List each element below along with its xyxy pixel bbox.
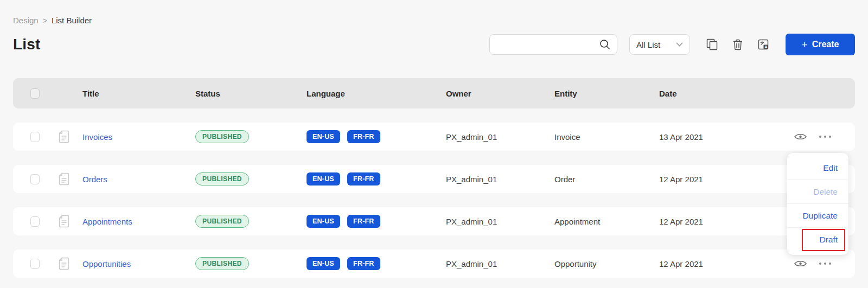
copy-button[interactable]	[706, 39, 718, 50]
document-icon	[59, 130, 82, 143]
status-badge: PUBLISHED	[195, 257, 249, 270]
owner-cell: PX_admin_01	[446, 217, 554, 226]
svg-text:A: A	[764, 44, 768, 49]
language-badge: FR-FR	[347, 172, 380, 185]
owner-cell: PX_admin_01	[446, 132, 554, 142]
column-header-entity: Entity	[554, 89, 659, 98]
row-checkbox[interactable]	[30, 132, 40, 142]
row-actions	[778, 132, 855, 141]
row-checkbox[interactable]	[30, 259, 40, 269]
document-icon	[59, 257, 82, 270]
translate-icon: A	[758, 39, 769, 50]
toolbar: All List	[489, 34, 855, 55]
create-button[interactable]: + Create	[786, 34, 855, 55]
menu-item-duplicate[interactable]: Duplicate	[787, 204, 848, 228]
language-badge: FR-FR	[347, 215, 380, 228]
entity-cell: Invoice	[554, 132, 659, 142]
more-options-icon[interactable]	[818, 135, 832, 138]
menu-item-delete[interactable]: Delete	[787, 180, 848, 204]
status-badge: PUBLISHED	[195, 215, 249, 228]
search-icon[interactable]	[599, 39, 611, 50]
list-builder-page: Design > List Builder List All List	[0, 16, 868, 288]
list-table: Title Status Language Owner Entity Date …	[13, 78, 855, 278]
row-checkbox[interactable]	[30, 216, 40, 227]
date-cell: 12 Apr 2021	[659, 217, 778, 226]
status-badge: PUBLISHED	[195, 130, 249, 143]
language-badge: FR-FR	[347, 130, 380, 143]
chevron-down-icon	[676, 42, 683, 47]
translate-button[interactable]: A	[758, 39, 769, 50]
language-badge: EN-US	[307, 172, 340, 185]
filter-value: All List	[636, 40, 660, 49]
document-icon	[59, 172, 82, 185]
table-row: Invoices PUBLISHED EN-US FR-FR PX_admin_…	[13, 123, 855, 151]
row-title-link[interactable]: Orders	[82, 175, 107, 184]
page-title: List	[13, 36, 41, 53]
table-row: Orders PUBLISHED EN-US FR-FR PX_admin_01…	[13, 165, 855, 193]
column-header-owner: Owner	[446, 89, 554, 98]
plus-icon: +	[802, 40, 808, 50]
language-badge: EN-US	[307, 130, 340, 143]
menu-item-edit[interactable]: Edit	[787, 156, 848, 180]
search-box	[489, 34, 617, 55]
owner-cell: PX_admin_01	[446, 175, 554, 184]
row-title-link[interactable]: Invoices	[82, 132, 112, 142]
language-badge: EN-US	[307, 215, 340, 228]
language-badge: EN-US	[307, 257, 340, 270]
breadcrumb-design[interactable]: Design	[13, 16, 39, 25]
entity-cell: Order	[554, 175, 659, 184]
column-header-date: Date	[659, 89, 778, 98]
owner-cell: PX_admin_01	[446, 259, 554, 268]
menu-item-draft[interactable]: Draft	[787, 228, 848, 252]
breadcrumb: Design > List Builder	[13, 16, 855, 25]
row-title-link[interactable]: Opportunities	[82, 259, 131, 268]
date-cell: 13 Apr 2021	[659, 132, 778, 142]
trash-icon	[733, 39, 743, 50]
row-actions	[778, 259, 855, 268]
status-badge: PUBLISHED	[195, 172, 249, 185]
breadcrumb-list-builder: List Builder	[52, 16, 92, 25]
entity-cell: Opportunity	[554, 259, 659, 268]
date-cell: 12 Apr 2021	[659, 175, 778, 184]
column-header-title: Title	[82, 89, 195, 98]
copy-icon	[706, 39, 718, 50]
row-context-menu: Edit Delete Duplicate Draft	[787, 153, 848, 255]
preview-eye-icon[interactable]	[794, 259, 807, 268]
search-input[interactable]	[489, 34, 617, 55]
column-header-language: Language	[307, 89, 446, 98]
preview-eye-icon[interactable]	[794, 132, 807, 141]
delete-button[interactable]	[733, 39, 743, 50]
row-title-link[interactable]: Appointments	[82, 217, 132, 226]
breadcrumb-separator-icon: >	[43, 16, 47, 25]
select-all-checkbox[interactable]	[30, 88, 40, 99]
document-icon	[59, 215, 82, 228]
page-header: List All List	[13, 34, 855, 55]
more-options-icon[interactable]	[818, 262, 832, 265]
list-filter-dropdown[interactable]: All List	[629, 34, 690, 55]
table-row: Opportunities PUBLISHED EN-US FR-FR PX_a…	[13, 249, 855, 278]
table-row: Appointments PUBLISHED EN-US FR-FR PX_ad…	[13, 207, 855, 235]
entity-cell: Appointment	[554, 217, 659, 226]
row-checkbox[interactable]	[30, 174, 40, 184]
table-header-row: Title Status Language Owner Entity Date	[13, 78, 855, 108]
column-header-status: Status	[195, 89, 307, 98]
language-badge: FR-FR	[347, 257, 380, 270]
create-button-label: Create	[812, 40, 839, 49]
date-cell: 12 Apr 2021	[659, 259, 778, 268]
